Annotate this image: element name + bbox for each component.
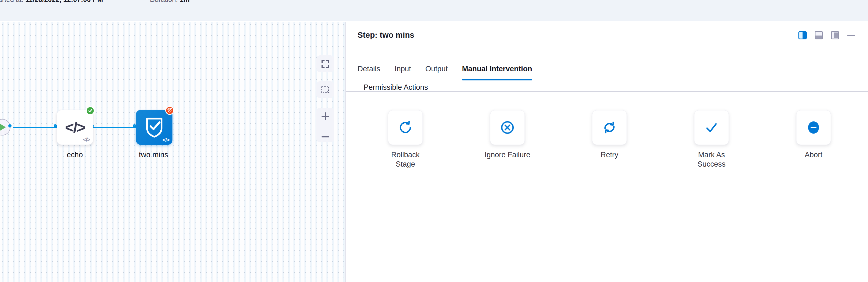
abort-icon — [806, 120, 821, 135]
permissible-actions-title: Permissible Actions — [364, 83, 428, 92]
started-at-text: Started at: 11/26/2022, 12:07:00 PM — [0, 0, 103, 4]
step-detail-panel: Step: two mins Details Input Output Manu… — [346, 22, 868, 282]
action-ignore-failure[interactable]: Ignore Failure — [472, 110, 543, 160]
duration-label: Duration: — [150, 0, 178, 3]
step-tabs: Details Input Output Manual Intervention — [358, 65, 532, 80]
timeout-badge-icon — [165, 106, 174, 115]
tab-input[interactable]: Input — [395, 65, 411, 80]
pipeline-execution-screen: Started at: 11/26/2022, 12:07:00 PM Dura… — [0, 0, 868, 282]
step-node-echo[interactable]: </> </> — [57, 110, 93, 145]
action-abort[interactable]: Abort — [778, 110, 849, 160]
action-retry[interactable]: Retry — [574, 110, 645, 160]
step-label-echo: echo — [47, 151, 102, 159]
pipeline-canvas[interactable]: </> </> echo </> — [0, 22, 345, 282]
tab-manual-intervention[interactable]: Manual Intervention — [462, 65, 532, 80]
duration-text: Duration: 1m — [150, 0, 190, 4]
right-view-button[interactable] — [831, 31, 839, 39]
action-label: Ignore Failure — [485, 150, 530, 160]
fullscreen-icon — [321, 59, 330, 68]
action-label: Retry — [601, 150, 619, 160]
check-badge-icon — [86, 106, 95, 115]
step-label-two-mins: two mins — [126, 151, 181, 159]
active-tab-underline — [462, 79, 532, 80]
action-label: Rollback Stage — [382, 150, 429, 169]
step-node-two-mins[interactable]: </> — [136, 110, 173, 145]
script-type-icon: </> — [83, 136, 90, 143]
script-type-icon: </> — [162, 137, 169, 143]
connector-dot[interactable] — [8, 124, 11, 128]
execution-meta-bar: Started at: 11/26/2022, 12:07:00 PM Dura… — [0, 0, 868, 21]
zoom-in-icon[interactable] — [321, 112, 330, 121]
shield-check-icon — [144, 116, 165, 139]
canvas-zoom-controls — [316, 108, 334, 142]
canvas-fullscreen-button[interactable] — [316, 55, 334, 72]
code-icon: </> — [65, 118, 85, 136]
action-label: Abort — [805, 150, 823, 160]
canvas-selection-button[interactable] — [316, 81, 334, 98]
zoom-out-icon[interactable] — [321, 135, 330, 139]
tab-details[interactable]: Details — [358, 65, 380, 80]
selection-icon — [321, 85, 330, 94]
edge-echo-to-twomins — [93, 127, 137, 128]
action-mark-as-success[interactable]: Mark As Success — [676, 110, 747, 169]
tab-output[interactable]: Output — [426, 65, 448, 80]
edge-start-to-echo — [13, 127, 57, 128]
started-at-label: Started at: — [0, 0, 23, 3]
action-rollback-stage[interactable]: Rollback Stage — [370, 110, 441, 169]
started-at-value: 11/26/2022, 12:07:00 PM — [25, 0, 103, 3]
panel-view-controls — [798, 31, 855, 39]
split-view-button[interactable] — [798, 31, 807, 39]
bottom-view-button[interactable] — [815, 31, 823, 39]
panel-title: Step: two mins — [358, 31, 414, 40]
rollback-icon — [398, 120, 412, 135]
retry-icon — [602, 120, 617, 135]
play-icon — [0, 124, 6, 131]
minimize-panel-button[interactable] — [847, 35, 855, 36]
mark-success-icon — [704, 120, 719, 135]
ignore-failure-icon — [500, 120, 515, 135]
duration-value: 1m — [180, 0, 189, 3]
actions-divider — [355, 176, 868, 176]
action-label: Mark As Success — [688, 150, 735, 169]
